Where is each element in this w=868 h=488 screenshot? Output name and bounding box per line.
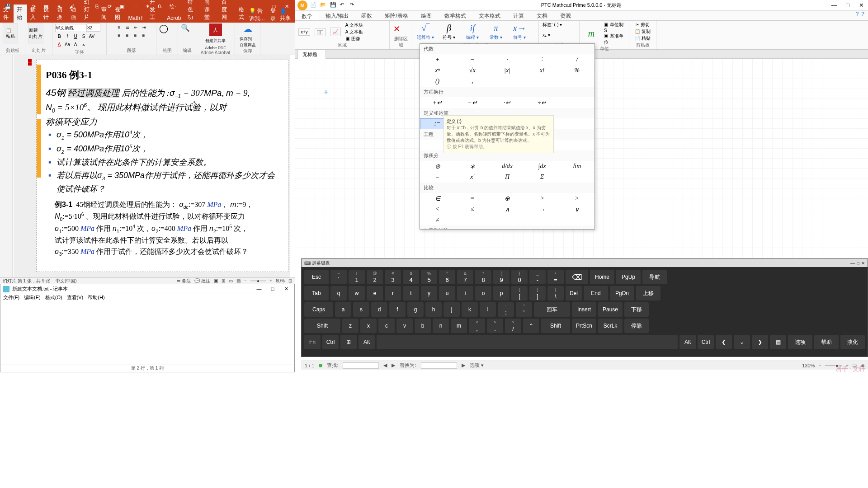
minimize-icon[interactable]: — — [850, 261, 855, 266]
operator-cell[interactable]: % — [560, 65, 594, 76]
tell-me[interactable]: 💡 告诉我… — [249, 7, 268, 23]
tab-animation[interactable]: 动画 — [67, 5, 81, 23]
grow-font-button[interactable]: A — [71, 41, 80, 48]
operator-cell[interactable]: ∫dx — [525, 161, 560, 172]
menu-help[interactable]: 帮助(H) — [88, 294, 104, 302]
key-movedown[interactable]: 下移 — [624, 302, 649, 317]
bullet-3[interactable]: 试计算该试件在此条件下的计算安全系数。 — [46, 156, 279, 169]
operator-常数-button[interactable]: π常数 ▾ — [486, 23, 505, 42]
tab-functions[interactable]: 函数 — [355, 11, 378, 20]
baidu-icon[interactable]: ☁ — [243, 23, 252, 34]
operator-cell[interactable]: ⊛ — [420, 161, 455, 172]
bullet-1[interactable]: σ1 = 500MPa作用104次， — [46, 128, 279, 142]
bold-button[interactable]: B — [55, 33, 63, 40]
tab-mathtype[interactable]: MathT — [125, 14, 146, 23]
key-d[interactable]: d — [371, 302, 387, 317]
tab-math[interactable]: 数学 — [295, 11, 319, 20]
numbering-button[interactable]: ≣ — [123, 23, 132, 31]
key-del[interactable]: Del — [566, 286, 582, 300]
font-size-input[interactable] — [87, 23, 100, 32]
operator-cell[interactable]: Σ — [525, 172, 560, 183]
operator-cell[interactable]: Π — [490, 172, 524, 183]
key-c[interactable]: c — [378, 319, 395, 333]
key-o[interactable]: o — [475, 286, 491, 300]
operator-cell[interactable] — [560, 140, 594, 150]
tab-transition[interactable]: 切换 — [54, 5, 67, 23]
operator-cell[interactable]: x′ — [455, 172, 490, 183]
minimize-icon[interactable]: — — [827, 2, 841, 9]
textblock-button[interactable]: A 文本块 — [345, 22, 363, 28]
key-help[interactable]: 帮助 — [814, 335, 839, 349]
key-6[interactable]: ^6 — [439, 270, 455, 284]
key-space[interactable] — [377, 335, 678, 349]
operator-cell[interactable]: ÷↵ — [525, 97, 560, 108]
shrink-font-button[interactable]: A — [80, 42, 88, 49]
close-icon[interactable]: ✕ — [281, 286, 292, 292]
operator-cell[interactable]: − — [455, 54, 490, 65]
key-4[interactable]: $4 — [403, 270, 419, 284]
tab-document[interactable]: 文档 — [530, 11, 554, 20]
zoom-level[interactable]: 60% — [276, 278, 285, 283]
operator-cell[interactable]: + — [420, 54, 455, 65]
operator-cell[interactable]: < — [420, 204, 455, 215]
key-m[interactable]: m — [451, 319, 467, 333]
qat-icon[interactable]: ⋯ — [128, 2, 141, 11]
operator-符号-button[interactable]: x→符号 ▾ — [510, 23, 529, 42]
key-left-arrow[interactable]: ❮ — [716, 335, 732, 349]
key-1[interactable]: !1 — [349, 270, 365, 284]
help-icon[interactable]: ? — [856, 11, 859, 20]
operator-cell[interactable]: x! — [525, 65, 560, 76]
notes-button[interactable]: ≐ 备注 — [177, 278, 191, 284]
key-[[interactable]: {[ — [511, 286, 528, 300]
tab-calc[interactable]: 计算 — [507, 11, 530, 20]
outdent-button[interactable]: ⇥ — [140, 23, 148, 31]
operator-cell[interactable] — [560, 172, 594, 183]
key-win[interactable]: ⊞ — [340, 335, 357, 349]
tab-developer[interactable]: 开发工 — [146, 0, 164, 23]
maximize-icon[interactable]: □ — [267, 286, 278, 292]
fit-button[interactable]: ⊡ — [288, 278, 292, 283]
key-;[interactable]: :; — [498, 302, 514, 317]
osk-titlebar[interactable]: ⌨ 屏幕键盘 —□✕ — [302, 259, 868, 267]
delete-region-button[interactable]: ✕ — [393, 24, 400, 34]
operator-cell[interactable] — [490, 215, 524, 225]
doc-tab[interactable]: 无标题 — [297, 50, 326, 59]
key-dock[interactable]: 停靠 — [624, 319, 649, 333]
undo-icon[interactable]: ↶ — [340, 2, 347, 9]
unit-m-button[interactable]: m — [583, 24, 599, 43]
key-=[interactable]: += — [547, 270, 564, 284]
menu-format[interactable]: 格式(O) — [45, 294, 62, 302]
bullets-button[interactable]: ≡ — [115, 23, 123, 31]
key-a[interactable]: a — [335, 302, 351, 317]
strike-button[interactable]: S — [80, 33, 88, 40]
tab-file[interactable]: 文件 — [0, 5, 14, 23]
bullet-4[interactable]: 若以后再以σ3 = 350MPa作用于试件，还能再循环多少次才会使试件破坏？ — [46, 169, 279, 196]
operator-cell[interactable]: ¬ — [525, 204, 560, 215]
key-,[interactable]: <, — [469, 319, 485, 333]
sorter-view-button[interactable]: ⊞ — [222, 278, 225, 283]
key-pause[interactable]: Pause — [598, 302, 623, 317]
key-2[interactable]: @2 — [367, 270, 383, 284]
tab-slideshow[interactable]: 幻灯片 — [81, 0, 98, 23]
operator-cell[interactable]: |x| — [490, 65, 524, 76]
key-][interactable]: }] — [529, 286, 546, 300]
cut-button[interactable]: ✂ 剪切 — [636, 22, 650, 28]
find-prev-button[interactable]: ◀ — [383, 362, 387, 368]
key-v[interactable]: v — [396, 319, 413, 333]
key-right-arrow[interactable]: ❯ — [752, 335, 768, 349]
subscript-button[interactable]: x₁ ▾ — [542, 33, 550, 38]
operator-cell[interactable]: ÷ — [525, 54, 560, 65]
key-shift-left[interactable]: Shift — [304, 319, 340, 333]
key-ctrl-left[interactable]: Ctrl — [322, 335, 339, 349]
tab-plot[interactable]: 绘图 — [415, 11, 438, 20]
key-y[interactable]: y — [421, 286, 437, 300]
operator-cell[interactable] — [525, 76, 560, 87]
share-button[interactable]: 👤 共享 — [280, 8, 292, 22]
find-input[interactable] — [343, 362, 379, 369]
slide-title[interactable]: P036 例3-1 — [46, 68, 279, 82]
key-g[interactable]: g — [407, 302, 424, 317]
key-moveup[interactable]: 上移 — [636, 286, 660, 300]
align-right-button[interactable]: ≡ — [132, 32, 140, 39]
close-icon[interactable]: ✕ — [861, 261, 865, 266]
operator-cell[interactable]: ⊕ — [490, 193, 524, 204]
